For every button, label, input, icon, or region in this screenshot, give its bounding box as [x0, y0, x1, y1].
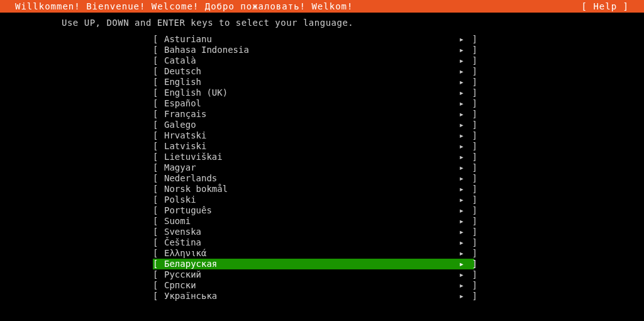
language-option[interactable]: [ Čeština▸ ]	[153, 237, 474, 248]
chevron-right-icon: ▸	[457, 98, 467, 109]
chevron-right-icon: ▸	[457, 205, 467, 216]
language-name: Català	[164, 55, 457, 66]
bracket-right: ]	[467, 280, 474, 291]
language-name: Svenska	[164, 227, 457, 237]
bracket-right: ]	[467, 152, 474, 162]
language-option[interactable]: [ Deutsch▸ ]	[153, 66, 474, 77]
language-option[interactable]: [ Српски▸ ]	[153, 280, 474, 291]
language-option[interactable]: [ Беларуская▸ ]	[153, 259, 474, 269]
language-name: Українська	[164, 291, 457, 301]
chevron-right-icon: ▸	[457, 34, 467, 45]
help-button[interactable]: [ Help ]	[582, 0, 634, 13]
bracket-left: [	[153, 205, 164, 216]
bracket-right: ]	[467, 55, 474, 66]
bracket-left: [	[153, 45, 164, 55]
chevron-right-icon: ▸	[457, 194, 467, 205]
bracket-right: ]	[467, 77, 474, 87]
language-option[interactable]: [ Español▸ ]	[153, 98, 474, 109]
bracket-right: ]	[467, 259, 474, 269]
chevron-right-icon: ▸	[457, 280, 467, 291]
bracket-right: ]	[467, 45, 474, 55]
language-name: Português	[164, 205, 457, 216]
bracket-left: [	[153, 173, 164, 184]
language-option[interactable]: [ Latviski▸ ]	[153, 141, 474, 152]
language-option[interactable]: [ Polski▸ ]	[153, 194, 474, 205]
language-name: Lietuviškai	[164, 152, 457, 162]
language-option[interactable]: [ Nederlands▸ ]	[153, 173, 474, 184]
bracket-left: [	[153, 194, 164, 205]
bracket-right: ]	[467, 269, 474, 280]
chevron-right-icon: ▸	[457, 291, 467, 301]
language-name: English (UK)	[164, 87, 457, 98]
bracket-right: ]	[467, 120, 474, 130]
bracket-left: [	[153, 237, 164, 248]
chevron-right-icon: ▸	[457, 66, 467, 77]
chevron-right-icon: ▸	[457, 184, 467, 194]
bracket-right: ]	[467, 227, 474, 237]
language-option[interactable]: [ English (UK)▸ ]	[153, 87, 474, 98]
bracket-left: [	[153, 280, 164, 291]
header-title: Willkommen! Bienvenue! Welcome! Добро по…	[10, 0, 353, 13]
language-name: Español	[164, 98, 457, 109]
bracket-left: [	[153, 87, 164, 98]
language-option[interactable]: [ Svenska▸ ]	[153, 227, 474, 237]
language-name: Galego	[164, 120, 457, 130]
language-option[interactable]: [ Suomi▸ ]	[153, 216, 474, 227]
language-name: Norsk bokmål	[164, 184, 457, 194]
bracket-left: [	[153, 130, 164, 141]
language-option[interactable]: [ Português▸ ]	[153, 205, 474, 216]
bracket-left: [	[153, 98, 164, 109]
bracket-right: ]	[467, 205, 474, 216]
language-option[interactable]: [ Galego▸ ]	[153, 120, 474, 130]
language-option[interactable]: [ Français▸ ]	[153, 109, 474, 120]
chevron-right-icon: ▸	[457, 120, 467, 130]
chevron-right-icon: ▸	[457, 227, 467, 237]
language-name: Беларуская	[164, 259, 457, 269]
chevron-right-icon: ▸	[457, 109, 467, 120]
bracket-right: ]	[467, 248, 474, 259]
chevron-right-icon: ▸	[457, 130, 467, 141]
language-option[interactable]: [ Català▸ ]	[153, 55, 474, 66]
bracket-right: ]	[467, 98, 474, 109]
language-option[interactable]: [ Ελληνικά▸ ]	[153, 248, 474, 259]
header-bar: Willkommen! Bienvenue! Welcome! Добро по…	[0, 0, 644, 13]
chevron-right-icon: ▸	[457, 77, 467, 87]
chevron-right-icon: ▸	[457, 45, 467, 55]
bracket-right: ]	[467, 34, 474, 45]
bracket-right: ]	[467, 184, 474, 194]
language-option[interactable]: [ Lietuviškai▸ ]	[153, 152, 474, 162]
chevron-right-icon: ▸	[457, 162, 467, 173]
language-name: Magyar	[164, 162, 457, 173]
language-option[interactable]: [ Bahasa Indonesia▸ ]	[153, 45, 474, 55]
bracket-left: [	[153, 141, 164, 152]
bracket-right: ]	[467, 66, 474, 77]
bracket-left: [	[153, 227, 164, 237]
language-name: Nederlands	[164, 173, 457, 184]
language-name: English	[164, 77, 457, 87]
language-option[interactable]: [ Hrvatski▸ ]	[153, 130, 474, 141]
bracket-left: [	[153, 120, 164, 130]
language-name: Ελληνικά	[164, 248, 457, 259]
language-option[interactable]: [ Norsk bokmål▸ ]	[153, 184, 474, 194]
bracket-right: ]	[467, 141, 474, 152]
language-option[interactable]: [ Magyar▸ ]	[153, 162, 474, 173]
language-option[interactable]: [ Asturianu▸ ]	[153, 34, 474, 45]
language-name: Hrvatski	[164, 130, 457, 141]
chevron-right-icon: ▸	[457, 87, 467, 98]
bracket-left: [	[153, 269, 164, 280]
language-option[interactable]: [ Русский▸ ]	[153, 269, 474, 280]
language-name: Polski	[164, 194, 457, 205]
chevron-right-icon: ▸	[457, 248, 467, 259]
bracket-right: ]	[467, 194, 474, 205]
language-option[interactable]: [ English▸ ]	[153, 77, 474, 87]
chevron-right-icon: ▸	[457, 152, 467, 162]
bracket-right: ]	[467, 216, 474, 227]
language-option[interactable]: [ Українська▸ ]	[153, 291, 474, 301]
bracket-right: ]	[467, 173, 474, 184]
bracket-right: ]	[467, 130, 474, 141]
chevron-right-icon: ▸	[457, 237, 467, 248]
bracket-right: ]	[467, 291, 474, 301]
bracket-left: [	[153, 248, 164, 259]
bracket-left: [	[153, 162, 164, 173]
bracket-left: [	[153, 152, 164, 162]
